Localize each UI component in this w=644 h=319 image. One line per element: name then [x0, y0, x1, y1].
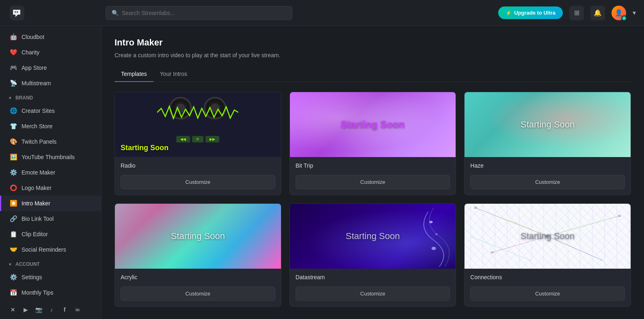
template-preview-connections: Starting Soon [465, 204, 631, 269]
template-name-haze: Haze [470, 162, 484, 169]
account-section-header[interactable]: ▼ Account [0, 257, 101, 269]
sidebar-item-label: Charity [22, 49, 39, 56]
brand-section-label: Brand [15, 95, 33, 101]
logo[interactable] [8, 4, 26, 22]
sidebar-item-label: Twitch Panels [22, 138, 56, 145]
template-card-connections: Starting Soon Connections Customize [464, 203, 631, 307]
account-section-label: Account [15, 261, 40, 267]
sidebar-item-merch-store[interactable]: 👕 Merch Store [0, 119, 101, 134]
facebook-icon[interactable]: f [60, 305, 69, 314]
sidebar-item-intro-maker[interactable]: ⏺️ Intro Maker [0, 196, 101, 211]
template-card-acrylic: Starting Soon Acrylic Customize [115, 203, 281, 307]
avatar-button[interactable]: 👤 ✓ [612, 6, 626, 20]
template-name-bittrip: Bit Trip [296, 162, 313, 169]
appstore-icon: 🎮 [9, 64, 17, 72]
svg-point-15 [491, 251, 494, 254]
customize-button-bittrip[interactable]: Customize [296, 175, 450, 189]
topbar-right: ⚡ Upgrade to Ultra ⊞ 🔔 👤 ✓ ▾ [498, 6, 636, 20]
social-reminders-icon: 🤝 [9, 246, 17, 254]
sidebar-item-bio-link-tool[interactable]: 🔗 Bio Link Tool [0, 211, 101, 226]
template-info-haze: Haze [465, 157, 631, 171]
multistream-icon: 📡 [9, 79, 17, 87]
twitter-x-icon[interactable]: ✕ [8, 305, 17, 314]
sidebar-item-social-reminders[interactable]: 🤝 Social Reminders [0, 242, 101, 257]
youtube-icon[interactable]: ▶ [21, 305, 30, 314]
sidebar-item-label: Settings [22, 274, 42, 280]
sidebar-item-label: Intro Maker [22, 200, 50, 207]
sidebar-item-label: Bio Link Tool [22, 216, 54, 222]
grid-icon: ⊞ [574, 9, 579, 17]
monthly-tips-icon: 📅 [9, 289, 17, 297]
brand-section-header[interactable]: ▼ Brand [0, 91, 101, 103]
customize-button-haze[interactable]: Customize [470, 175, 625, 189]
sidebar-item-label: Merch Store [22, 123, 52, 129]
sidebar-item-label: Monthly Tips [22, 289, 54, 296]
emote-maker-icon: ⚙️ [9, 168, 17, 177]
template-name-acrylic: Acrylic [121, 274, 137, 280]
customize-button-datastream[interactable]: Customize [296, 287, 450, 301]
sidebar-item-twitch-panels[interactable]: 🎨 Twitch Panels [0, 134, 101, 149]
template-name-connections: Connections [470, 274, 502, 280]
datastream-preview-text: Starting Soon [346, 231, 400, 241]
sidebar-item-label: Logo Maker [22, 185, 52, 191]
creator-sites-icon: 🌐 [9, 107, 17, 115]
social-icons-row: ✕ ▶ 📷 ♪ f in 💬 [0, 300, 101, 319]
tiktok-icon[interactable]: ♪ [47, 305, 56, 314]
tab-templates[interactable]: Templates [115, 67, 153, 82]
customize-button-connections[interactable]: Customize [470, 287, 625, 301]
intro-maker-icon: ⏺️ [9, 199, 17, 207]
avatar-icon: 👤 [615, 9, 623, 17]
template-card-bittrip: Starting Soon Bit Trip Customize [290, 92, 456, 195]
charity-icon: ❤️ [9, 48, 17, 56]
sidebar-item-creator-sites[interactable]: 🌐 Creator Sites [0, 103, 101, 119]
sidebar-item-emote-maker[interactable]: ⚙️ Emote Maker [0, 165, 101, 180]
bell-icon: 🔔 [594, 9, 602, 17]
notifications-button[interactable]: 🔔 [590, 6, 605, 20]
sidebar-item-appstore[interactable]: 🎮 App Store [0, 60, 101, 75]
template-preview-bittrip: Starting Soon [290, 92, 456, 157]
svg-point-14 [618, 215, 621, 217]
connections-preview-text: Starting Soon [521, 231, 575, 241]
page-title: Intro Maker [115, 37, 631, 48]
brand-chevron-icon: ▼ [8, 96, 12, 100]
sidebar-item-label: Emote Maker [22, 169, 55, 176]
tab-your-intros[interactable]: Your Intros [153, 67, 194, 82]
sidebar-item-multistream[interactable]: 📡 Multistream [0, 75, 101, 91]
page-subtitle: Create a custom intro video to play at t… [115, 52, 631, 58]
template-name-datastream: Datastream [296, 274, 325, 280]
search-icon: 🔍 [112, 10, 119, 16]
customize-button-acrylic[interactable]: Customize [121, 287, 275, 301]
linkedin-icon[interactable]: in [73, 305, 82, 314]
sidebar-item-clip-editor[interactable]: 📋 Clip Editor [0, 226, 101, 242]
search-bar[interactable]: 🔍 [106, 6, 292, 20]
sidebar-item-charity[interactable]: ❤️ Charity [0, 45, 101, 60]
grid-button[interactable]: ⊞ [569, 6, 584, 20]
sidebar-item-cloudbot[interactable]: 🤖 Cloudbot [0, 29, 101, 45]
template-info-connections: Connections [465, 269, 631, 282]
template-name-radio: Radio [121, 162, 136, 169]
sidebar-item-label: App Store [22, 65, 47, 71]
customize-button-radio[interactable]: Customize [121, 175, 275, 189]
sidebar-item-monthly-tips[interactable]: 📅 Monthly Tips [0, 285, 101, 300]
sidebar-item-logo-maker[interactable]: ⭕ Logo Maker [0, 180, 101, 196]
eq-wave [157, 104, 238, 121]
instagram-icon[interactable]: 📷 [34, 305, 43, 314]
tabs-bar: Templates Your Intros [115, 67, 631, 82]
svg-point-13 [474, 207, 477, 209]
radio-preview-text: Starting Soon [121, 144, 169, 152]
sidebar-item-label: Clip Editor [22, 231, 48, 237]
settings-icon: ⚙️ [9, 273, 17, 281]
template-preview-radio: ◀◀ ⟳ ▶▶ Starting Soon [115, 92, 281, 157]
youtube-thumbnails-icon: 🖼️ [9, 153, 17, 161]
template-grid: ◀◀ ⟳ ▶▶ Starting Soon Radio Customize St… [115, 92, 631, 307]
sidebar-item-youtube-thumbnails[interactable]: 🖼️ YouTube Thumbnails [0, 149, 101, 165]
template-info-datastream: Datastream [290, 269, 456, 282]
main-layout: 🤖 Cloudbot ❤️ Charity 🎮 App Store 📡 Mult… [0, 26, 644, 319]
svg-point-4 [435, 233, 437, 235]
avatar-chevron[interactable]: ▾ [633, 9, 636, 17]
search-input[interactable] [122, 10, 286, 16]
template-card-radio: ◀◀ ⟳ ▶▶ Starting Soon Radio Customize [115, 92, 281, 195]
sidebar-item-settings[interactable]: ⚙️ Settings [0, 269, 101, 285]
template-card-haze: Starting Soon Haze Customize [464, 92, 631, 195]
upgrade-button[interactable]: ⚡ Upgrade to Ultra [498, 6, 563, 19]
